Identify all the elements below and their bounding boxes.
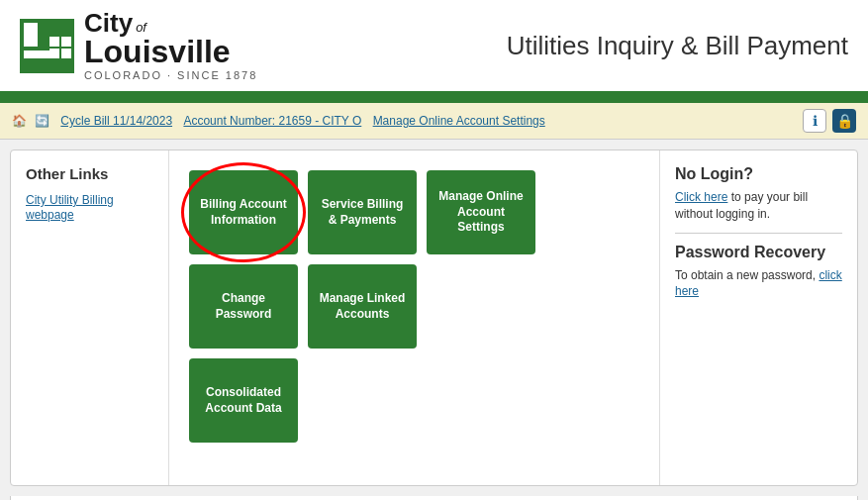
nav-separator2: [176, 114, 179, 128]
grid-row-1: Billing Account Information Service Bill…: [189, 170, 639, 349]
billing-account-button[interactable]: Billing Account Information: [189, 170, 298, 254]
logo-city-text: City: [84, 10, 133, 36]
logo-area: City of Louisville COLORADO · SINCE 1878: [20, 10, 257, 81]
svg-rect-3: [49, 37, 59, 47]
consolidated-account-button[interactable]: Consolidated Account Data: [189, 358, 298, 443]
password-recovery-text: To obtain a new password, click here: [675, 267, 842, 301]
account-number-link[interactable]: Account Number: 21659 - CITY O: [183, 114, 361, 128]
no-login-title: No Login?: [675, 165, 842, 183]
svg-rect-1: [24, 23, 38, 47]
nav-bar: 🏠 🔄 Cycle Bill 11/14/2023 Account Number…: [0, 103, 868, 140]
password-description: To obtain a new password,: [675, 268, 816, 282]
service-billing-button[interactable]: Service Billing & Payments: [308, 170, 417, 254]
main-content: Other Links City Utility Billing webpage…: [10, 150, 858, 486]
logo-icon: [20, 19, 74, 73]
no-login-click-here[interactable]: Click here: [675, 190, 727, 204]
back-icon[interactable]: 🔄: [35, 114, 49, 128]
svg-rect-5: [49, 49, 59, 58]
logo-text: City of Louisville COLORADO · SINCE 1878: [84, 10, 257, 81]
svg-rect-6: [61, 49, 71, 58]
sidebar-title: Other Links: [26, 165, 153, 182]
no-login-text: Click here to pay your bill without logg…: [675, 189, 842, 223]
green-bar: [0, 95, 868, 103]
grid-row-2: Consolidated Account Data: [189, 358, 639, 443]
lock-icon-button[interactable]: 🔒: [832, 109, 856, 133]
sidebar: Other Links City Utility Billing webpage: [11, 150, 169, 485]
svg-rect-2: [24, 50, 49, 58]
city-utility-link[interactable]: City Utility Billing webpage: [26, 193, 114, 222]
grid-area: Billing Account Information Service Bill…: [169, 150, 659, 485]
logo-of-text: of: [136, 20, 146, 35]
header: City of Louisville COLORADO · SINCE 1878…: [0, 0, 868, 95]
billing-account-wrapper: Billing Account Information: [189, 170, 298, 254]
svg-rect-4: [61, 37, 71, 47]
manage-account-link[interactable]: Manage Online Account Settings: [373, 114, 545, 128]
manage-online-button[interactable]: Manage Online Account Settings: [427, 170, 535, 254]
nav-separator3: [365, 114, 368, 128]
breadcrumb-links: 🏠 🔄 Cycle Bill 11/14/2023 Account Number…: [12, 114, 545, 128]
home-icon[interactable]: 🏠: [12, 114, 27, 128]
info-icon-button[interactable]: ℹ: [803, 109, 826, 133]
nav-separator: [53, 114, 56, 128]
manage-linked-button[interactable]: Manage Linked Accounts: [308, 264, 417, 349]
logo-louisville-text: Louisville: [84, 36, 257, 67]
nav-icons: ℹ 🔒: [803, 109, 856, 133]
right-panel: No Login? Click here to pay your bill wi…: [659, 150, 857, 485]
page-title: Utilities Inquiry & Bill Payment: [507, 31, 848, 61]
logo-sub-text: COLORADO · SINCE 1878: [84, 69, 257, 81]
divider: [675, 233, 842, 234]
footer-bar: [10, 496, 858, 500]
change-password-button[interactable]: Change Password: [189, 264, 298, 349]
cycle-bill-link[interactable]: Cycle Bill 11/14/2023: [60, 114, 172, 128]
password-recovery-title: Password Recovery: [675, 244, 842, 261]
